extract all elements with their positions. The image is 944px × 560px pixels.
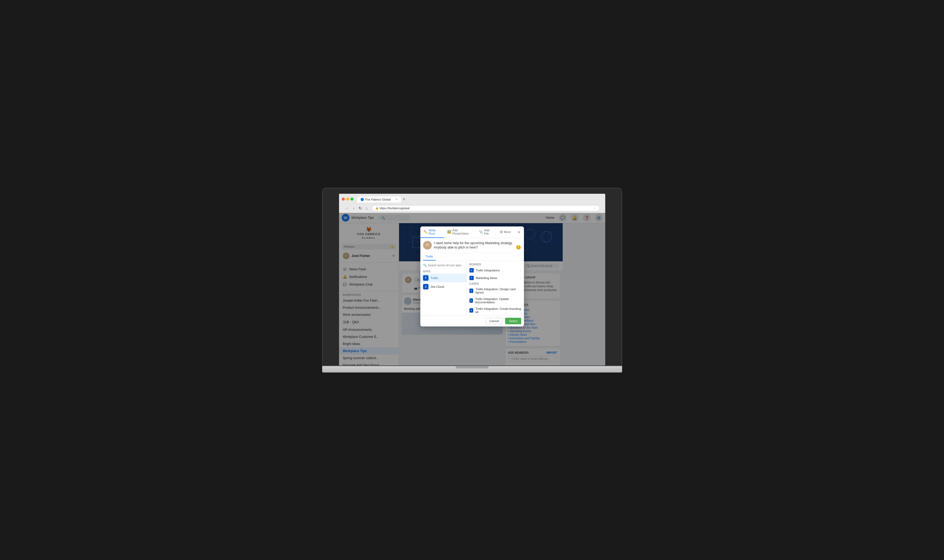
tab-close-icon[interactable]: ✕	[395, 198, 398, 201]
app-picker-tab-trello[interactable]: Trello	[423, 253, 436, 260]
forward-button[interactable]: ›	[351, 206, 356, 210]
chevron-right-icon: ›	[520, 269, 521, 272]
traffic-light-minimize[interactable]	[346, 198, 349, 200]
card-icon-1: T	[469, 298, 473, 303]
tab-add-file[interactable]: 📎 Add File	[476, 226, 497, 238]
emoji-picker-icon[interactable]: 😊	[516, 245, 521, 250]
app-search-bar: 🔍	[420, 262, 466, 268]
app-search-input[interactable]	[428, 264, 464, 267]
modal-overlay: ✏️ Write Post 🖼️ Add Photo/Video 📎 Add F…	[339, 213, 605, 365]
card-icon-2: T	[469, 308, 474, 312]
refresh-button[interactable]: ↻	[358, 206, 363, 210]
browser-titlebar: Fox Fabrics Global ✕ +	[342, 196, 603, 203]
chevron-right-icon-2: ›	[520, 277, 521, 280]
board-icon-0: T	[469, 268, 474, 272]
cancel-button[interactable]: Cancel	[486, 318, 503, 324]
card-icon-0: T	[469, 289, 474, 293]
url-text: https://foxfabricsglobal	[379, 206, 409, 210]
board-icon-1: T	[469, 276, 474, 280]
app-item-trello[interactable]: T Trello	[420, 274, 466, 282]
post-composer-modal: ✏️ Write Post 🖼️ Add Photo/Video 📎 Add F…	[420, 226, 524, 327]
app-item-jira[interactable]: J Jira Cloud	[420, 282, 466, 291]
tab-add-photo[interactable]: 🖼️ Add Photo/Video	[444, 226, 476, 238]
write-icon: ✏️	[424, 230, 428, 234]
composer-header: ✏️ Write Post 🖼️ Add Photo/Video 📎 Add F…	[420, 226, 524, 238]
app-results-panel: Boards T Trello Integrations › T Marketi…	[467, 261, 524, 315]
lock-icon: 🔒	[375, 206, 379, 209]
jira-app-icon: J	[423, 284, 429, 289]
tab-write-post[interactable]: ✏️ Write Post	[420, 226, 444, 238]
photo-icon: 🖼️	[447, 230, 451, 234]
laptop-screen: Fox Fabrics Global ✕ + ‹ › ↻ ⌂ 🔒	[339, 194, 605, 365]
laptop-base	[322, 366, 622, 372]
laptop-shell: Fox Fabrics Global ✕ + ‹ › ↻ ⌂ 🔒	[322, 188, 622, 372]
url-bar[interactable]: 🔒 https://foxfabricsglobal ☆	[372, 205, 600, 211]
more-icon: ⊞	[500, 230, 503, 234]
laptop-notch	[456, 366, 489, 368]
traffic-light-maximize[interactable]	[350, 198, 353, 200]
app-picker-panel: Trello 🔍	[420, 252, 524, 326]
file-icon: 📎	[479, 230, 483, 234]
bookmark-icon[interactable]: ☆	[593, 206, 596, 210]
tab-more[interactable]: ⊞ More	[497, 228, 514, 237]
select-button[interactable]: Select	[505, 318, 521, 324]
card-item-1[interactable]: T Trello Integration: Update documentati…	[467, 296, 524, 306]
new-tab-button[interactable]: +	[401, 196, 407, 203]
card-item-2[interactable]: T Trello Integration: Create branding ki…	[467, 306, 524, 315]
nav-buttons: ‹ › ↻ ⌂	[344, 206, 370, 210]
app-picker-body: 🔍 APPS T Trello J	[420, 261, 524, 315]
cards-section-label: Cards	[467, 282, 524, 286]
workplace-app: W Workplace Tips 🔍 Home 💬 🔔 ❓ ⚙️	[339, 213, 605, 365]
home-button[interactable]: ⌂	[364, 206, 370, 210]
trello-app-icon: T	[423, 275, 429, 281]
screen-bezel: Fox Fabrics Global ✕ + ‹ › ↻ ⌂ 🔒	[322, 188, 622, 366]
search-icon: 🔍	[423, 263, 427, 267]
boards-section-label: Boards	[467, 262, 524, 266]
browser-chrome: Fox Fabrics Global ✕ + ‹ › ↻ ⌂ 🔒	[339, 194, 605, 213]
traffic-light-close[interactable]	[342, 198, 345, 200]
composer-close-button[interactable]: ✕	[514, 228, 524, 237]
traffic-lights	[342, 198, 353, 200]
board-item-1[interactable]: T Marketing Ideas ›	[467, 274, 524, 282]
app-picker-footer: Cancel Select	[420, 315, 524, 326]
app-list-panel: 🔍 APPS T Trello J	[420, 261, 467, 315]
apps-label: APPS	[420, 269, 466, 274]
card-item-0[interactable]: T Trello Integration: Design card layout	[467, 286, 524, 296]
app-picker-tabs: Trello	[420, 253, 524, 261]
browser-tab-bar: Fox Fabrics Global ✕ +	[357, 196, 603, 203]
back-button[interactable]: ‹	[344, 206, 350, 210]
composer-avatar: JF	[423, 241, 432, 249]
composer-body: JF I need some help for the upcoming Mar…	[420, 238, 524, 253]
tab-title: Fox Fabrics Global	[366, 198, 390, 201]
browser-tab[interactable]: Fox Fabrics Global ✕	[357, 197, 401, 203]
composer-text-content[interactable]: I need some help for the upcoming Market…	[434, 241, 514, 250]
board-item-0[interactable]: T Trello Integrations ›	[467, 266, 524, 274]
address-bar: ‹ › ↻ ⌂ 🔒 https://foxfabricsglobal ☆	[342, 204, 603, 213]
tab-favicon	[361, 198, 364, 201]
